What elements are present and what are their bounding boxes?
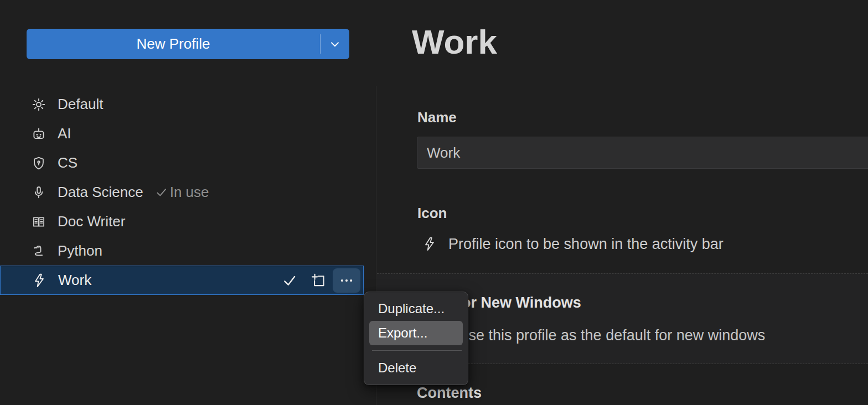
profile-item-work[interactable]: Work [0, 266, 364, 295]
use-profile-check-button[interactable] [281, 272, 298, 289]
icon-description: Profile icon to be shown in the activity… [448, 236, 724, 253]
profile-item-default[interactable]: Default [0, 90, 364, 119]
open-new-window-button[interactable] [309, 272, 327, 289]
profile-item-cs[interactable]: CS [0, 148, 364, 178]
new-window-icon [309, 272, 327, 289]
zap-icon[interactable] [422, 235, 437, 253]
profile-item-doc-writer[interactable]: Doc Writer [0, 207, 364, 236]
menu-item-duplicate[interactable]: Duplicate... [364, 297, 468, 321]
new-profile-button-label: New Profile [137, 35, 210, 53]
name-label: Name [417, 109, 457, 126]
profile-label: Work [58, 272, 91, 289]
chevron-down-icon [328, 37, 342, 51]
icon-picker-row: Profile icon to be shown in the activity… [422, 235, 724, 253]
profile-item-python[interactable]: Python [0, 236, 364, 266]
profile-label: CS [58, 154, 78, 172]
menu-separator [372, 350, 462, 351]
profile-item-ai[interactable]: AI [0, 119, 364, 148]
ellipsis-icon [338, 272, 355, 289]
snake-icon [30, 242, 48, 260]
profile-label: Default [58, 96, 103, 113]
profile-item-data-science[interactable]: Data Science In use [0, 178, 364, 207]
icon-label: Icon [417, 205, 447, 222]
profile-name-input[interactable] [417, 137, 868, 169]
contents-heading: Contents [417, 385, 482, 402]
menu-item-delete[interactable]: Delete [364, 356, 468, 380]
context-menu: Duplicate... Export... Delete [364, 292, 468, 385]
new-profile-dropdown-button[interactable] [320, 29, 349, 59]
mic-icon [30, 184, 48, 201]
shield-icon [30, 154, 48, 172]
profile-list: Default AI [0, 90, 364, 295]
check-icon [154, 185, 170, 200]
profile-row-actions [281, 266, 360, 294]
more-actions-button[interactable] [333, 268, 360, 293]
zap-icon [30, 272, 48, 289]
profile-label: Doc Writer [58, 213, 125, 230]
robot-icon [30, 125, 48, 143]
profile-label: Python [58, 242, 102, 259]
new-windows-description: Use this profile as the default for new … [458, 327, 765, 344]
profile-label: Data Science [58, 184, 143, 201]
book-icon [30, 213, 48, 231]
gear-icon [30, 96, 48, 113]
profiles-sidebar: New Profile Default [0, 0, 376, 405]
menu-item-export[interactable]: Export... [369, 321, 463, 345]
check-icon [281, 272, 298, 289]
in-use-label: In use [170, 184, 209, 201]
new-profile-split-button: New Profile [27, 29, 349, 59]
page-title: Work [412, 22, 497, 61]
profile-label: AI [58, 125, 71, 142]
new-profile-button[interactable]: New Profile [27, 29, 320, 59]
in-use-badge: In use [154, 184, 209, 201]
